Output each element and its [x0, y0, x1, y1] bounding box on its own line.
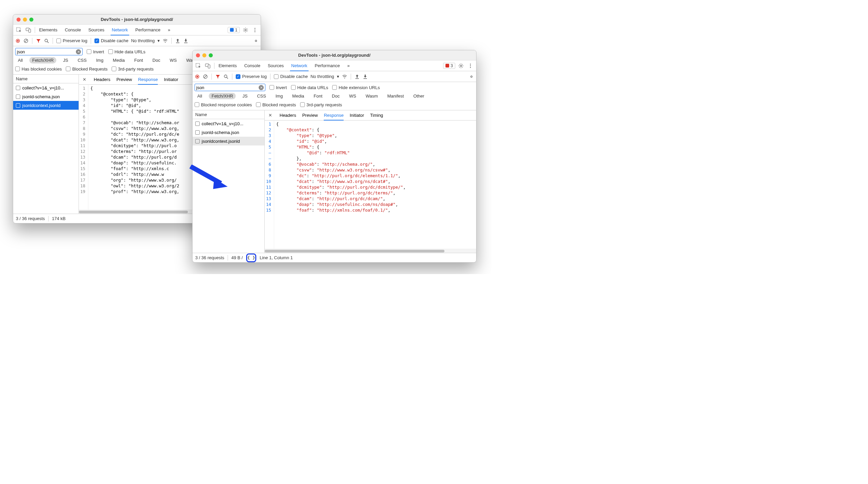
type-img[interactable]: Img	[273, 93, 286, 99]
tab-network[interactable]: Network	[111, 25, 129, 35]
download-icon[interactable]	[183, 38, 189, 44]
kebab-menu-icon[interactable]	[251, 26, 259, 34]
preserve-log-checkbox[interactable]: Preserve log	[56, 38, 87, 43]
pretty-print-button[interactable]: { }	[246, 253, 256, 262]
filter-icon[interactable]	[36, 38, 41, 44]
tab-sources[interactable]: Sources	[87, 25, 106, 35]
hide-extension-urls-checkbox[interactable]: Hide extension URLs	[332, 85, 380, 90]
clear-input-icon[interactable]: ✕	[76, 49, 81, 54]
type-fetch-xhr[interactable]: Fetch/XHR	[209, 93, 236, 99]
chevron-down-icon[interactable]: ▾	[337, 74, 339, 79]
clear-input-icon[interactable]: ✕	[259, 85, 264, 90]
issues-chip[interactable]: 3	[443, 63, 455, 69]
tab-console[interactable]: Console	[243, 61, 262, 71]
filter-text-field[interactable]	[17, 49, 75, 54]
request-row[interactable]: jsonldcontext.jsonld	[13, 101, 79, 110]
type-doc[interactable]: Doc	[329, 93, 342, 99]
horizontal-scrollbar[interactable]	[265, 249, 476, 253]
type-wasm[interactable]: Wasm	[363, 93, 380, 99]
invert-checkbox[interactable]: Invert	[269, 85, 287, 90]
settings-icon[interactable]	[242, 26, 249, 34]
chevron-down-icon[interactable]: ▾	[157, 38, 160, 43]
type-ws[interactable]: WS	[346, 93, 359, 99]
close-details-icon[interactable]: ✕	[267, 113, 273, 118]
type-media[interactable]: Media	[290, 93, 307, 99]
type-js[interactable]: JS	[240, 93, 250, 99]
filter-text-field[interactable]	[196, 85, 257, 90]
name-column-header[interactable]: Name	[193, 110, 264, 119]
tab-elements[interactable]: Elements	[217, 61, 238, 71]
type-img[interactable]: Img	[93, 57, 106, 63]
titlebar[interactable]: DevTools - json-ld.org/playground/	[13, 15, 261, 25]
hide-data-urls-checkbox[interactable]: Hide data URLs	[291, 85, 328, 90]
settings-icon[interactable]	[253, 38, 259, 44]
request-row[interactable]: collect?v=1&_v=j10...	[13, 83, 79, 92]
type-css[interactable]: CSS	[254, 93, 269, 99]
preserve-log-checkbox[interactable]: ✓Preserve log	[236, 74, 267, 79]
throttling-select[interactable]: No throttling	[131, 38, 155, 43]
settings-icon[interactable]	[469, 74, 474, 79]
kebab-menu-icon[interactable]	[467, 62, 474, 70]
invert-checkbox[interactable]: Invert	[87, 49, 104, 54]
throttling-select[interactable]: No throttling	[311, 74, 334, 79]
filter-input[interactable]: ✕	[195, 84, 265, 91]
type-media[interactable]: Media	[110, 57, 127, 63]
type-font[interactable]: Font	[132, 57, 146, 63]
blocked-cookies-checkbox[interactable]: Blocked response cookies	[195, 102, 252, 107]
record-icon[interactable]	[15, 38, 21, 44]
blocked-cookies-checkbox[interactable]: Has blocked cookies	[15, 66, 62, 72]
detail-tab-timing[interactable]: Timing	[370, 111, 383, 120]
type-manifest[interactable]: Manifest	[384, 93, 406, 99]
detail-tab-initiator[interactable]: Initiator	[164, 75, 178, 84]
type-other[interactable]: Other	[411, 93, 427, 99]
request-row[interactable]: jsonld-schema.json	[13, 92, 79, 101]
device-toolbar-icon[interactable]	[204, 62, 211, 70]
type-css[interactable]: CSS	[75, 57, 89, 63]
type-fetch-xhr[interactable]: Fetch/XHR	[29, 57, 56, 63]
request-row[interactable]: jsonld-schema.json	[193, 128, 264, 137]
wifi-icon[interactable]	[342, 74, 347, 79]
tab-elements[interactable]: Elements	[38, 25, 59, 35]
inspect-icon[interactable]	[195, 62, 202, 70]
detail-tab-initiator[interactable]: Initiator	[350, 111, 364, 120]
third-party-checkbox[interactable]: 3rd-party requests	[300, 102, 342, 107]
third-party-checkbox[interactable]: 3rd-party requests	[112, 66, 154, 72]
tab-performance[interactable]: Performance	[134, 25, 162, 35]
detail-tab-preview[interactable]: Preview	[116, 75, 132, 84]
filter-icon[interactable]	[215, 74, 221, 79]
type-font[interactable]: Font	[311, 93, 325, 99]
tab-sources[interactable]: Sources	[266, 61, 285, 71]
settings-icon[interactable]	[457, 62, 465, 70]
code-text[interactable]: { "@context": { "type": "@type", "id": "…	[274, 120, 476, 249]
issues-chip[interactable]: 1	[228, 27, 240, 33]
blocked-requests-checkbox[interactable]: Blocked Requests	[66, 66, 108, 72]
type-all[interactable]: All	[15, 57, 25, 63]
detail-tab-response[interactable]: Response	[324, 111, 344, 120]
name-column-header[interactable]: Name	[13, 75, 79, 83]
filter-input[interactable]: ✕	[15, 48, 83, 55]
search-icon[interactable]	[44, 38, 49, 44]
titlebar[interactable]: DevTools - json-ld.org/playground/	[193, 50, 476, 60]
request-row[interactable]: jsonldcontext.jsonld	[193, 137, 264, 145]
hide-data-urls-checkbox[interactable]: Hide data URLs	[108, 49, 146, 54]
upload-icon[interactable]	[354, 74, 360, 79]
detail-tab-headers[interactable]: Headers	[94, 75, 110, 84]
search-icon[interactable]	[223, 74, 229, 79]
record-icon[interactable]	[195, 74, 200, 79]
upload-icon[interactable]	[175, 38, 180, 44]
detail-tab-preview[interactable]: Preview	[302, 111, 318, 120]
clear-icon[interactable]	[23, 38, 29, 44]
close-details-icon[interactable]: ✕	[81, 77, 88, 82]
detail-tab-response[interactable]: Response	[138, 75, 158, 84]
tab-network[interactable]: Network	[290, 61, 309, 71]
clear-icon[interactable]	[203, 74, 208, 79]
disable-cache-checkbox[interactable]: ✓Disable cache	[94, 38, 128, 43]
wifi-icon[interactable]	[163, 38, 168, 44]
inspect-icon[interactable]	[15, 26, 23, 34]
detail-tab-headers[interactable]: Headers	[280, 111, 296, 120]
tab-console[interactable]: Console	[63, 25, 82, 35]
disable-cache-checkbox[interactable]: Disable cache	[274, 74, 308, 79]
device-toolbar-icon[interactable]	[25, 26, 32, 34]
type-all[interactable]: All	[195, 93, 205, 99]
response-body[interactable]: 12345––689101112131415 { "@context": { "…	[265, 120, 476, 249]
